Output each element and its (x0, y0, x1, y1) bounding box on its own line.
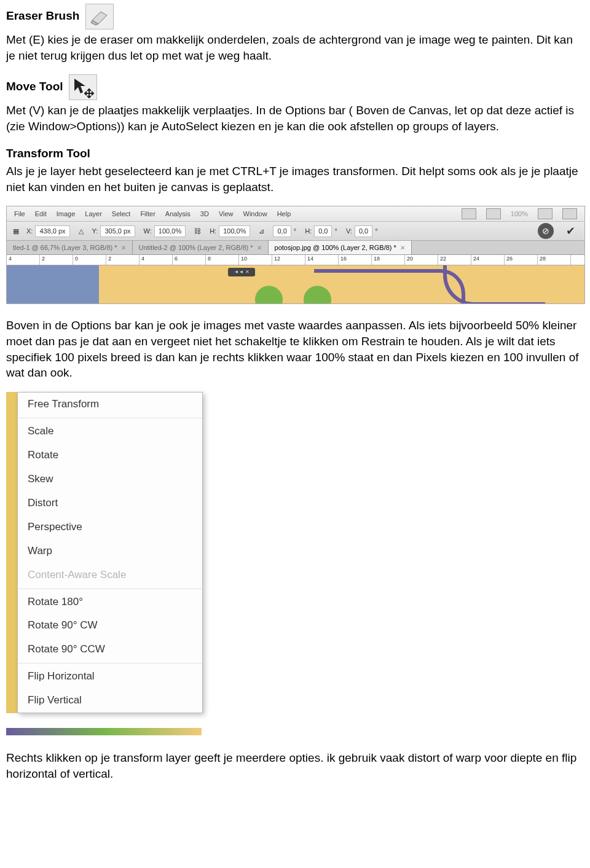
eraser-icon (85, 4, 114, 29)
screen-mode-icon[interactable] (486, 208, 501, 219)
move-section: Move Tool Met (V) kan je de plaatjes mak… (6, 74, 584, 134)
move-tool-icon (69, 74, 97, 100)
close-icon[interactable]: ✕ (400, 244, 405, 252)
close-icon[interactable]: ✕ (257, 244, 262, 252)
menu-window[interactable]: Window (243, 209, 267, 219)
ctx-item-skew[interactable]: Skew (18, 467, 202, 491)
tab-label: Untitled-2 @ 100% (Layer 2, RGB/8) * (139, 243, 253, 252)
deg3: ° (375, 227, 377, 236)
menu-view[interactable]: View (219, 209, 234, 219)
eraser-heading: Eraser Brush (6, 9, 79, 22)
link-icon[interactable]: ⛓ (194, 227, 201, 236)
y-value[interactable]: 305,0 px (100, 225, 135, 237)
ruler-tick: 2 (106, 255, 140, 265)
ruler-tick: 20 (405, 255, 438, 265)
ruler-tick: 22 (438, 255, 471, 265)
rotation-value[interactable]: 0,0 (273, 225, 291, 237)
delta-icon: △ (79, 227, 84, 236)
close-icon[interactable]: ✕ (121, 244, 126, 252)
ctx-item-rotate-180-[interactable]: Rotate 180° (18, 590, 202, 614)
ctx-item-rotate-90-cw[interactable]: Rotate 90° CW (18, 614, 202, 638)
transform-heading: Transform Tool (6, 147, 90, 160)
menu-help[interactable]: Help (277, 209, 291, 219)
separator (18, 588, 202, 589)
ruler-tick: 14 (305, 255, 339, 265)
separator (18, 418, 202, 418)
ruler-tick: 28 (538, 255, 571, 265)
vskew-label: V: (346, 227, 352, 236)
ruler-tick: 4 (140, 255, 173, 265)
ruler-tick: 0 (73, 255, 106, 265)
x-value[interactable]: 438,0 px (35, 225, 69, 237)
transform-body: Als je je layer hebt geselecteerd kan je… (6, 163, 584, 195)
menu-image[interactable]: Image (57, 209, 76, 219)
y-label: Y: (92, 227, 98, 236)
angle-icon: ⊿ (259, 227, 264, 236)
w-value[interactable]: 100,0% (154, 225, 186, 237)
cancel-transform-icon[interactable]: ⊘ (538, 223, 554, 239)
ctx-item-flip-vertical[interactable]: Flip Vertical (18, 689, 202, 713)
ctx-item-flip-horizontal[interactable]: Flip Horizontal (18, 665, 202, 689)
move-body: Met (V) kan je de plaatjes makkelijk ver… (6, 103, 584, 134)
ctx-item-warp[interactable]: Warp (18, 539, 202, 563)
doc-tab-1[interactable]: tled-1 @ 66,7% (Layer 3, RGB/8) *✕ (7, 241, 133, 254)
zoom-tool-icon[interactable] (562, 208, 577, 219)
deg: ° (294, 227, 296, 236)
ruler-tick: 16 (339, 255, 372, 265)
transform-context-menu-screenshot: Free TransformScaleRotateSkewDistortPers… (6, 392, 584, 713)
ctx-item-scale[interactable]: Scale (18, 420, 202, 444)
hskew-value[interactable]: 0,0 (314, 225, 332, 237)
commit-transform-icon[interactable]: ✔ (562, 223, 578, 239)
ps-document-tabs: tled-1 @ 66,7% (Layer 3, RGB/8) *✕ Untit… (7, 241, 584, 255)
eraser-body: Met (E) kies je de eraser om makkelijk o… (6, 32, 584, 63)
ctx-item-free-transform[interactable]: Free Transform (18, 393, 202, 416)
x-label: X: (26, 227, 33, 236)
transform-section: Transform Tool Als je je layer hebt gese… (6, 146, 584, 195)
menu-3d[interactable]: 3D (200, 209, 209, 219)
menu-select[interactable]: Select (112, 209, 131, 219)
move-heading: Move Tool (6, 80, 63, 93)
h-label: H: (210, 227, 216, 236)
ruler-tick: 6 (173, 255, 206, 265)
doc-tab-3[interactable]: potosjop.jpg @ 100% (Layer 2, RGB/8) *✕ (269, 241, 412, 254)
ctx-item-rotate-90-ccw[interactable]: Rotate 90° CCW (18, 638, 202, 662)
deg2: ° (334, 227, 337, 236)
options-bar-explanation: Boven in de Options bar kan je ook je im… (6, 318, 584, 381)
hand-tool-icon[interactable] (538, 208, 553, 219)
menu-layer[interactable]: Layer (85, 209, 102, 219)
w-label: W: (144, 227, 152, 236)
reference-point-icon[interactable]: ▦ (13, 227, 18, 236)
ps-options-bar: ▦ X:438,0 px △ Y:305,0 px W:100,0% ⛓ H:1… (7, 222, 584, 241)
menu-edit[interactable]: Edit (35, 209, 47, 219)
hskew-label: H: (305, 227, 312, 236)
ctx-item-rotate[interactable]: Rotate (18, 444, 202, 467)
ruler-tick: 10 (239, 255, 272, 265)
eraser-section: Eraser Brush Met (E) kies je de eraser o… (6, 4, 584, 63)
doc-tab-2[interactable]: Untitled-2 @ 100% (Layer 2, RGB/8) *✕ (133, 241, 269, 254)
ruler-tick: 26 (505, 255, 538, 265)
tab-label: potosjop.jpg @ 100% (Layer 2, RGB/8) * (275, 243, 396, 252)
h-value[interactable]: 100,0% (219, 225, 250, 237)
menu-filter[interactable]: Filter (140, 209, 155, 219)
ruler-tick: 18 (372, 255, 405, 265)
ruler-tick: 8 (206, 255, 239, 265)
separator (18, 663, 202, 663)
zoom-level[interactable]: 100% (511, 209, 528, 219)
transform-context-menu: Free TransformScaleRotateSkewDistortPers… (17, 392, 203, 713)
tab-label: tled-1 @ 66,7% (Layer 3, RGB/8) * (13, 243, 117, 252)
menu-file[interactable]: File (14, 209, 25, 219)
ctx-item-distort[interactable]: Distort (18, 491, 202, 515)
launch-bridge-icon[interactable] (462, 208, 476, 219)
vskew-value[interactable]: 0,0 (355, 225, 372, 237)
photoshop-options-screenshot: File Edit Image Layer Select Filter Anal… (6, 206, 585, 304)
ps-canvas-area: ◄◄ ✕ (7, 265, 584, 303)
ruler-tick: 24 (471, 255, 505, 265)
closing-paragraph: Rechts klikken op je transform layer gee… (6, 750, 584, 781)
navigator-mini: ◄◄ ✕ (228, 268, 255, 276)
ruler-tick: 2 (40, 255, 73, 265)
menu-analysis[interactable]: Analysis (165, 209, 191, 219)
ctx-item-perspective[interactable]: Perspective (18, 515, 202, 539)
svg-marker-2 (74, 79, 85, 93)
ps-menubar: File Edit Image Layer Select Filter Anal… (7, 206, 584, 222)
ruler-tick: 12 (272, 255, 305, 265)
